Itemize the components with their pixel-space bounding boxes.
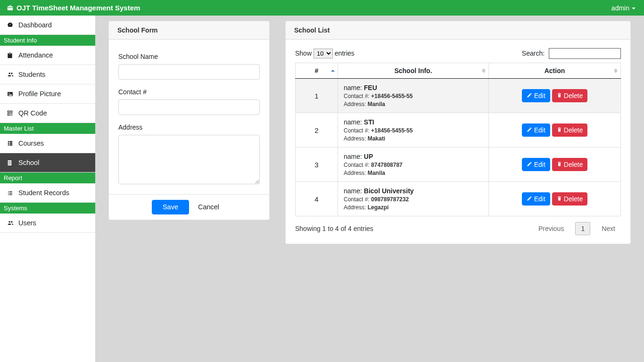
edit-button[interactable]: Edit: [522, 192, 550, 206]
search-label: Search:: [522, 49, 545, 57]
trash-icon: [557, 126, 562, 134]
trash-icon: [557, 160, 562, 169]
user-menu[interactable]: admin: [611, 4, 636, 12]
list-icon: [7, 190, 14, 196]
edit-button[interactable]: Edit: [522, 89, 550, 102]
row-name-value: UP: [364, 153, 373, 160]
cell-actions: Edit Delete: [489, 182, 621, 216]
stack-icon: [7, 140, 14, 147]
sort-icon: [614, 69, 618, 73]
table-row: 1name: FEUContact #: +18456-5455-55Addre…: [296, 79, 621, 113]
pencil-icon: [527, 126, 532, 134]
cell-school-info: name: STIContact #: +18456-5455-55Addres…: [338, 113, 489, 148]
pencil-icon: [527, 91, 532, 100]
length-show-label: Show: [295, 49, 312, 57]
cell-actions: Edit Delete: [489, 79, 621, 113]
row-address-value: Manila: [368, 101, 385, 107]
pager-page-1[interactable]: 1: [575, 222, 590, 235]
cell-actions: Edit Delete: [489, 113, 621, 148]
sidebar-item-label: Profile Picture: [18, 90, 61, 98]
school-list-title: School List: [286, 21, 630, 40]
col-number[interactable]: #: [296, 63, 338, 79]
caret-down-icon: [632, 8, 636, 9]
sidebar-item-label: Users: [18, 219, 36, 227]
cell-school-info: name: UPContact #: 8747808787Address: Ma…: [338, 148, 489, 182]
col-action[interactable]: Action: [489, 63, 621, 79]
col-school-info[interactable]: School Info.: [338, 63, 489, 79]
row-contact-label: Contact #:: [344, 127, 371, 134]
main-content: School Form School Name Contact # Addres…: [95, 16, 644, 362]
building-icon: [7, 159, 14, 166]
row-address-value: Legazpi: [368, 204, 389, 211]
sidebar-item-student-records[interactable]: Student Records: [0, 183, 95, 203]
row-name-value: FEU: [364, 84, 377, 91]
input-school-name[interactable]: [118, 64, 260, 80]
sidebar-item-dashboard[interactable]: Dashboard: [0, 16, 95, 35]
cell-school-info: name: Bicol UniversityContact #: 0987897…: [338, 182, 489, 216]
table-info: Showing 1 to 4 of 4 entries: [295, 225, 373, 232]
sidebar-item-students[interactable]: Students: [0, 65, 95, 84]
sidebar-item-courses[interactable]: Courses: [0, 134, 95, 153]
user-name: admin: [611, 4, 629, 12]
delete-button[interactable]: Delete: [552, 192, 587, 206]
sidebar-item-qr-code[interactable]: QR Code: [0, 104, 95, 123]
app-brand: OJT TimeSheet Management System: [7, 4, 140, 11]
row-name-label: name:: [344, 153, 364, 160]
cancel-button[interactable]: Cancel: [191, 200, 226, 214]
row-contact-label: Contact #:: [344, 93, 371, 99]
edit-button[interactable]: Edit: [522, 158, 550, 171]
search-input[interactable]: [549, 48, 621, 59]
input-contact[interactable]: [118, 99, 260, 115]
dashboard-icon: [7, 22, 14, 28]
length-entries-label: entries: [335, 49, 355, 57]
qrcode-icon: [7, 110, 14, 116]
table-row: 2name: STIContact #: +18456-5455-55Addre…: [296, 113, 621, 148]
textarea-address[interactable]: [118, 135, 260, 184]
sidebar-item-school[interactable]: School: [0, 153, 95, 173]
delete-button[interactable]: Delete: [552, 89, 587, 102]
delete-button[interactable]: Delete: [552, 123, 587, 137]
sidebar-item-label: Attendance: [18, 51, 53, 59]
length-menu: Show 10 entries: [295, 49, 355, 58]
users-icon: [7, 71, 14, 78]
school-form-title: School Form: [109, 21, 269, 40]
row-contact-value: +18456-5455-55: [371, 93, 413, 99]
clipboard-icon: [7, 52, 14, 59]
sidebar-item-users[interactable]: Users: [0, 214, 95, 233]
cell-row-number: 2: [296, 113, 338, 148]
table-row: 4name: Bicol UniversityContact #: 098789…: [296, 182, 621, 216]
sidebar-header-report: Report: [0, 173, 95, 183]
delete-button[interactable]: Delete: [552, 158, 587, 171]
save-button[interactable]: Save: [152, 200, 189, 214]
table-row: 3name: UPContact #: 8747808787Address: M…: [296, 148, 621, 182]
trash-icon: [557, 91, 562, 100]
pager-next[interactable]: Next: [596, 222, 621, 235]
row-address-value: Makati: [368, 135, 385, 142]
pager: Previous 1 Next: [533, 222, 621, 235]
row-address-label: Address:: [344, 204, 368, 211]
row-contact-value: 098789787232: [371, 196, 409, 203]
label-contact: Contact #: [118, 88, 260, 96]
sidebar-item-label: Student Records: [18, 189, 69, 197]
sidebar-header-master-list: Master List: [0, 123, 95, 134]
row-contact-label: Contact #:: [344, 196, 371, 203]
row-address-value: Manila: [368, 170, 385, 176]
pager-prev[interactable]: Previous: [533, 222, 570, 235]
sidebar-item-label: Students: [18, 71, 45, 78]
sidebar-item-attendance[interactable]: Attendance: [0, 46, 95, 65]
row-contact-label: Contact #:: [344, 162, 371, 168]
length-select[interactable]: 10: [314, 49, 333, 58]
pencil-icon: [527, 195, 532, 203]
label-school-name: School Name: [118, 53, 260, 60]
sidebar-header-student-info: Student Info: [0, 35, 95, 46]
briefcase-icon: [7, 5, 14, 11]
cell-row-number: 1: [296, 79, 338, 113]
sort-icon: [482, 69, 486, 73]
row-name-value: STI: [364, 118, 374, 126]
sidebar-item-label: QR Code: [18, 109, 47, 117]
edit-button[interactable]: Edit: [522, 123, 550, 137]
row-address-label: Address:: [344, 170, 368, 176]
sidebar-item-label: Courses: [18, 140, 44, 147]
sidebar: Dashboard Student Info Attendance Studen…: [0, 16, 95, 362]
sidebar-item-profile-picture[interactable]: Profile Picture: [0, 84, 95, 104]
